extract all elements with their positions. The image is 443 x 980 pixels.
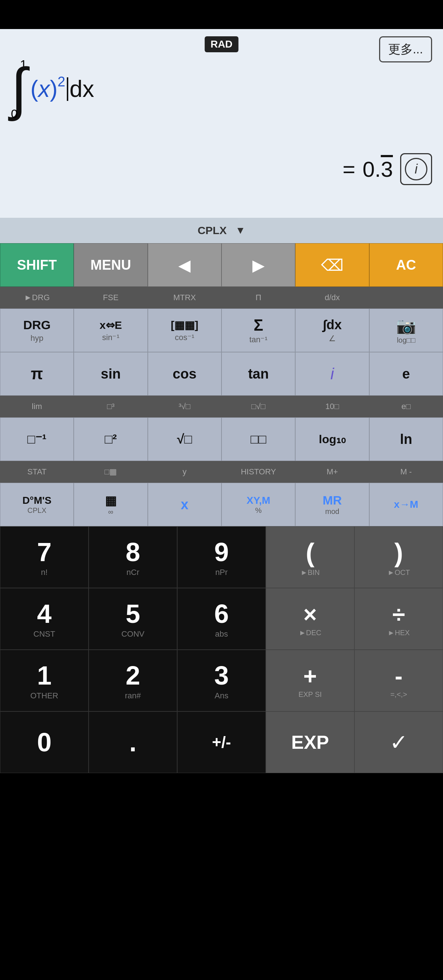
square-button[interactable]: □² (74, 417, 147, 461)
xym-button[interactable]: XY,M % (222, 483, 295, 526)
key-2-label: 2 (126, 660, 140, 690)
square-label: □² (105, 431, 117, 447)
key-4-label: 4 (37, 599, 51, 628)
key-1[interactable]: 1 OTHER (0, 650, 89, 711)
shift-button[interactable]: SHIFT (0, 243, 74, 287)
backspace-icon: ⌫ (321, 256, 344, 274)
integral-sign: ∫ (11, 68, 27, 109)
key-5-sub: CONV (121, 629, 145, 639)
key-lparen[interactable]: ( ►BIN (266, 526, 354, 588)
integral-label: ∫dx (323, 317, 342, 332)
x-button[interactable]: x (148, 483, 222, 526)
key-6-sub: abs (215, 629, 228, 639)
key-5-label: 5 (126, 599, 140, 628)
key-row-3: π sin cos tan i e (0, 352, 443, 396)
key-4[interactable]: 4 CNST (0, 588, 89, 650)
key-rparen-label: ) (394, 538, 403, 568)
mr-button[interactable]: MR mod (295, 483, 369, 526)
key-7[interactable]: 7 n! (0, 526, 89, 588)
cplx-bar[interactable]: CPLX ▼ (0, 218, 443, 243)
sin-button[interactable]: sin (74, 352, 147, 396)
camera-icon: 📷 (396, 317, 416, 336)
key-1-sub: OTHER (30, 691, 59, 700)
key-enter[interactable]: ✓ (354, 711, 443, 773)
mr-sub: mod (325, 508, 339, 516)
inverse-button[interactable]: □⁻¹ (0, 417, 74, 461)
matrix-label: [▦▦] (171, 319, 198, 331)
key-3-label: 3 (214, 660, 229, 690)
key-5[interactable]: 5 CONV (89, 588, 177, 650)
sub-row-3: lim □³ ³√□ □√□ 10□ e□ (0, 396, 443, 417)
key-9-sub: nPr (215, 568, 228, 577)
menu-button[interactable]: MENU (74, 243, 147, 287)
sigma-button[interactable]: Σ tan⁻¹ (222, 309, 295, 352)
key-minus[interactable]: - =,<,> (354, 650, 443, 711)
log10-label: log₁₀ (319, 432, 346, 446)
more-button[interactable]: 更多... (379, 36, 432, 62)
sqrt-button[interactable]: √□ (148, 417, 222, 461)
backspace-button[interactable]: ⌫ (295, 243, 369, 287)
result-equals: = (343, 157, 355, 182)
key-0-label: 0 (37, 727, 51, 757)
sub-stat: STAT (0, 461, 74, 483)
xm-button[interactable]: x→M (369, 483, 443, 526)
key-6[interactable]: 6 abs (177, 588, 266, 650)
key-dot[interactable]: . (89, 711, 177, 773)
key-8[interactable]: 8 nCr (89, 526, 177, 588)
xe-button[interactable]: x⇔E sin⁻¹ (74, 309, 147, 352)
key-divide-label: ÷ (392, 601, 405, 628)
x-label: x (181, 497, 188, 512)
key-9[interactable]: 9 nPr (177, 526, 266, 588)
expression-container: 1 ∫ 0 ( x ) 2 dx (11, 58, 432, 120)
key-0[interactable]: 0 (0, 711, 89, 773)
key-3[interactable]: 3 Ans (177, 650, 266, 711)
cos-button[interactable]: cos (148, 352, 222, 396)
sub-empty1 (369, 287, 443, 309)
power-button[interactable]: □□ (222, 417, 295, 461)
imaginary-button[interactable]: i (295, 352, 369, 396)
sigma-sub: tan⁻¹ (249, 335, 268, 344)
sub-ddx: d/dx (295, 287, 369, 309)
key-7-sub: n! (41, 568, 48, 577)
frac-button[interactable]: ▦ ∞ (74, 483, 147, 526)
sin-label: sin (101, 366, 121, 382)
key-exp[interactable]: EXP (266, 711, 354, 773)
key-rparen[interactable]: ) ►OCT (354, 526, 443, 588)
tan-button[interactable]: tan (222, 352, 295, 396)
key-divide-sub: ►HEX (388, 628, 410, 637)
cos-label: cos (173, 366, 196, 382)
key-multiply[interactable]: × ►DEC (266, 588, 354, 650)
info-button[interactable]: i (400, 153, 432, 185)
dms-button[interactable]: D°M'S CPLX (0, 483, 74, 526)
euler-button[interactable]: e (369, 352, 443, 396)
key-plus[interactable]: + EXP SI (266, 650, 354, 711)
ac-button[interactable]: AC (369, 243, 443, 287)
sub-row-4: STAT □▦ y HISTORY M+ M - (0, 461, 443, 483)
ln-button[interactable]: ln (369, 417, 443, 461)
key-rparen-sub: ►OCT (387, 568, 410, 577)
key-plus-sub: EXP SI (298, 690, 322, 699)
expr-x: x (38, 75, 50, 102)
right-arrow-icon: ▶ (252, 256, 265, 274)
key-dot-label: . (129, 727, 137, 757)
sub-mtrx: MTRX (148, 287, 222, 309)
integral-button[interactable]: ∫dx ∠ (295, 309, 369, 352)
key-2[interactable]: 2 ran# (89, 650, 177, 711)
sigma-label: Σ (253, 316, 263, 334)
pi-button[interactable]: π (0, 352, 74, 396)
key-8-sub: nCr (126, 568, 139, 577)
key-negate[interactable]: +/- (177, 711, 266, 773)
camera-button[interactable]: 📷 log□□ (369, 309, 443, 352)
result-value: 0.3 (363, 157, 393, 182)
left-arrow-button[interactable]: ◀ (148, 243, 222, 287)
expr-close-paren: ) (50, 75, 57, 102)
right-arrow-button[interactable]: ▶ (222, 243, 295, 287)
drg-button[interactable]: DRG hyp (0, 309, 74, 352)
log10-button[interactable]: log₁₀ (295, 417, 369, 461)
matrix-button[interactable]: [▦▦] cos⁻¹ (148, 309, 222, 352)
keyboard: SHIFT MENU ◀ ▶ ⌫ AC ►DRG FSE MTRX Π d/dx… (0, 243, 443, 773)
key-divide[interactable]: ÷ ►HEX (354, 588, 443, 650)
key-multiply-label: × (303, 601, 317, 628)
sub-y: y (148, 461, 222, 483)
result-container: = 0.3 i (343, 153, 432, 185)
